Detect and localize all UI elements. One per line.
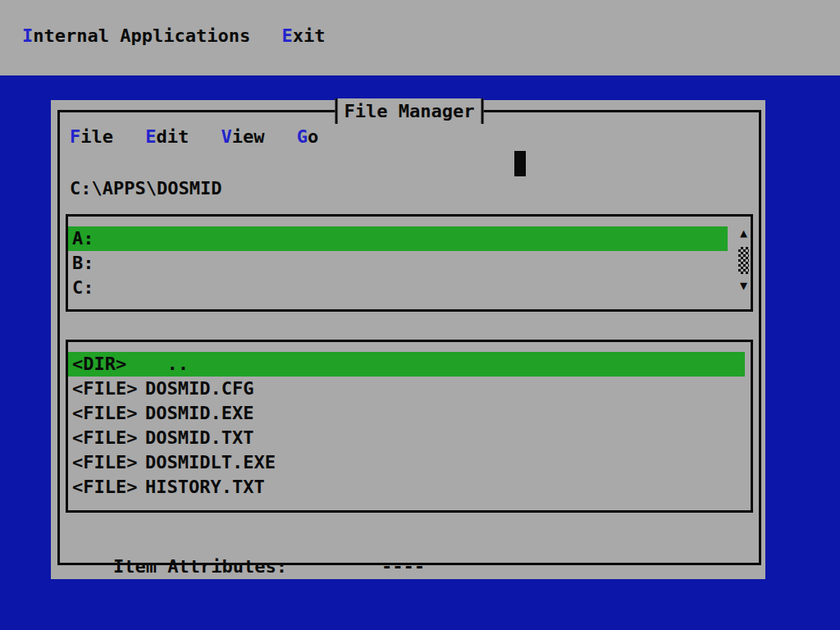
file-item-type: <FILE> <box>72 377 145 401</box>
file-item[interactable]: <FILE>DOSMIDLT.EXE <box>68 450 745 475</box>
scroll-up-icon[interactable]: ▲ <box>737 226 751 240</box>
drive-list: A: B: C: ▲ ▼ <box>66 214 753 312</box>
menu-label: ile <box>80 126 113 147</box>
menu-internal-applications[interactable]: Internal Applications <box>22 25 250 47</box>
menu-hotkey: F <box>70 126 80 147</box>
menu-hotkey: I <box>22 25 33 46</box>
top-menubar-items: Internal Applications Exit <box>22 25 325 47</box>
file-item-type: <FILE> <box>72 426 145 450</box>
file-manager-window: File Manager File Edit View Go C:\APPS\D… <box>51 100 765 579</box>
window-title: File Manager <box>336 98 484 124</box>
drive-scrollbar[interactable]: ▲ ▼ <box>737 226 751 298</box>
file-item-name: DOSMID.EXE <box>145 403 253 423</box>
file-item-type: <FILE> <box>72 475 145 500</box>
menu-label: iew <box>232 126 265 147</box>
menu-go[interactable]: Go <box>297 125 319 149</box>
menu-hotkey: V <box>221 126 232 147</box>
file-item-name: DOSMID.TXT <box>145 427 253 448</box>
menu-exit[interactable]: Exit <box>281 25 325 47</box>
file-item[interactable]: <DIR> .. <box>68 352 745 377</box>
file-item[interactable]: <FILE>DOSMID.CFG <box>68 377 745 401</box>
top-menubar: Internal Applications Exit <box>0 0 840 75</box>
menu-label: o <box>308 126 318 147</box>
file-item-name: DOSMIDLT.EXE <box>145 452 276 472</box>
menu-hotkey: E <box>281 25 292 46</box>
current-path: C:\APPS\DOSMID <box>70 176 221 201</box>
menu-hotkey: G <box>297 126 308 147</box>
scrollbar-thumb[interactable] <box>738 247 749 274</box>
drive-item[interactable]: B: <box>68 251 728 276</box>
menu-label: nternal Applications <box>33 25 250 46</box>
menu-label: xit <box>293 25 326 46</box>
file-item[interactable]: <FILE>HISTORY.TXT <box>68 475 745 500</box>
menu-label: dit <box>157 126 189 147</box>
file-item[interactable]: <FILE>DOSMID.TXT <box>68 426 745 450</box>
file-item-type: <FILE> <box>72 450 145 475</box>
file-item-type: <FILE> <box>72 401 145 426</box>
menu-file[interactable]: File <box>70 125 113 149</box>
item-attributes-label: Item Attributes: <box>113 556 287 577</box>
text-cursor <box>514 151 526 176</box>
window-menubar: File Edit View Go <box>70 125 318 149</box>
item-attributes: Item Attributes:---- <box>70 530 425 604</box>
drive-item[interactable]: A: <box>68 226 728 251</box>
file-item-name: HISTORY.TXT <box>145 477 265 497</box>
file-list: <DIR> .. <FILE>DOSMID.CFG <FILE>DOSMID.E… <box>66 340 753 513</box>
file-item-name: DOSMID.CFG <box>145 378 253 399</box>
menu-edit[interactable]: Edit <box>145 125 189 149</box>
file-item-name: .. <box>145 354 189 374</box>
file-item[interactable]: <FILE>DOSMID.EXE <box>68 401 745 426</box>
menu-hotkey: E <box>145 126 156 147</box>
drive-item[interactable]: C: <box>68 276 728 300</box>
item-attributes-value: ---- <box>381 556 425 577</box>
scroll-down-icon[interactable]: ▼ <box>737 279 751 292</box>
menu-view[interactable]: View <box>221 125 265 149</box>
file-item-type: <DIR> <box>72 352 145 377</box>
